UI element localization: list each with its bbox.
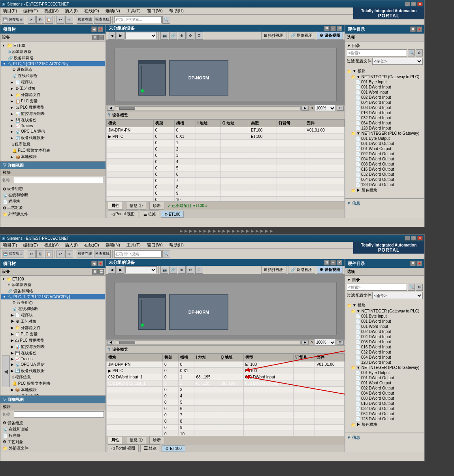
- cat-folder-netinteger-gateway-top[interactable]: 📁 ▼ NETINTEGER (Gateway to PLC): [346, 74, 424, 79]
- cat-004-dword-output-top[interactable]: 📄 004 DWord Output: [346, 156, 424, 162]
- nav-prev-btn[interactable]: ◀: [108, 32, 116, 40]
- catalog-filter-btn-bot[interactable]: ⚙: [416, 284, 423, 291]
- bot-cat-032-dword-output[interactable]: 📄 032 DWord Output: [346, 406, 424, 411]
- scroll-right-btn[interactable]: ▶: [301, 106, 309, 111]
- table-row[interactable]: 032 DWord Input_10168...195032 DWord Inp…: [107, 374, 345, 380]
- detail-item-tech[interactable]: ⚙ 工艺对象: [2, 205, 104, 211]
- table-row[interactable]: 07: [107, 412, 345, 418]
- bottom-tab-portal[interactable]: ◁ Portal 视图: [108, 210, 138, 218]
- cpu-module[interactable]: [138, 60, 166, 96]
- bot-table-wrapper[interactable]: 模块 机架 插槽 I 地址 Q 地址 类型 订货号 固件: [106, 354, 345, 436]
- bot-tree-plc-types[interactable]: ▶ 🗂 PLC 数据类型: [1, 337, 105, 344]
- catalog-filter-select-top[interactable]: <全部>: [372, 58, 423, 65]
- bot-undo-btn[interactable]: ↩: [57, 250, 64, 258]
- tree-item-device-config[interactable]: ⚙ 设备组态: [1, 66, 105, 73]
- bot-tree-program-blocks[interactable]: ▶ 📄 程序块: [1, 312, 105, 318]
- status-tab-diag[interactable]: 诊断: [149, 202, 164, 210]
- bot-device-view-btn[interactable]: ⊞: [92, 269, 98, 275]
- catalog-search-btn-bot[interactable]: 🔍: [408, 284, 415, 291]
- fit-btn[interactable]: ⊡: [195, 32, 203, 40]
- bot-scroll-thumb[interactable]: [119, 341, 135, 344]
- top-hscroll[interactable]: ◀ ▶ > 100% ⊡: [106, 105, 345, 111]
- maximize-btn-bot[interactable]: □: [411, 236, 416, 241]
- bot-bottom-tab-overview[interactable]: ☰ 总览: [140, 444, 160, 452]
- bot-network-btn[interactable]: 🔗: [169, 266, 177, 274]
- bot-tree-prog-info[interactable]: ℹ 程序信息: [1, 374, 105, 380]
- bot-search-btn[interactable]: 🔍: [162, 250, 170, 258]
- tree-item-et100[interactable]: ▼ 📁 ET100: [1, 42, 105, 49]
- table-row[interactable]: 04: [107, 393, 345, 399]
- minimize-btn-bot[interactable]: _: [405, 236, 410, 241]
- bot-cat-128-dword-input[interactable]: 📄 128 DWord Input: [346, 360, 424, 365]
- bot-cat-008-dword-input[interactable]: 📄 008 DWord Input: [346, 339, 424, 344]
- undo-btn[interactable]: ↩: [57, 16, 64, 24]
- tree-item-proxy[interactable]: ▶🔄 设备代理数据: [1, 135, 105, 141]
- menu-help[interactable]: 帮助(H): [168, 8, 185, 14]
- bot-menu-view[interactable]: 视图(V): [43, 242, 60, 248]
- bot-copy-btn[interactable]: ⎘: [36, 250, 44, 258]
- cat-004-dword-input-top[interactable]: 📄 004 DWord Input: [346, 100, 424, 105]
- detail-item-online[interactable]: 📡 在线和诊断: [2, 192, 104, 198]
- bot-cpu-module[interactable]: [138, 294, 166, 330]
- bot-tree-traces[interactable]: ▶ 📈 Traces: [1, 356, 105, 361]
- bot-cat-001-dword-output[interactable]: 📄 001 DWord Output: [346, 375, 424, 380]
- cat-128-dword-input-top[interactable]: 📄 128 DWord Input: [346, 126, 424, 131]
- maximize-btn[interactable]: □: [411, 2, 416, 6]
- bot-cat-004-dword-output[interactable]: 📄 004 DWord Output: [346, 391, 424, 396]
- tree-item-program-info[interactable]: ℹ 程序信息: [1, 141, 105, 147]
- bot-tree-local-modules[interactable]: ▶ 📦 本地模块: [1, 387, 105, 393]
- menu-tools[interactable]: 工具(T): [125, 8, 142, 14]
- bot-detail-item5[interactable]: 📁 外部源文件: [2, 445, 104, 452]
- tree-item-plc-types[interactable]: ▶🗂 PLC 数据类型: [1, 104, 105, 111]
- bot-tree-devices-networks[interactable]: 🔗 设备和网络: [1, 288, 105, 294]
- cat-064-dword-input-top[interactable]: 📄 064 DWord Input: [346, 120, 424, 126]
- bot-cut-btn[interactable]: ✂: [28, 250, 36, 258]
- cat-folder-color-top[interactable]: 📁 ▶ 颜色模块: [346, 187, 424, 194]
- bot-menu-project[interactable]: 项目(F): [1, 242, 19, 248]
- bot-tree-monitor[interactable]: ▶ 📊 监控与强制表: [1, 344, 105, 350]
- bot-fit-btn[interactable]: ⊡: [195, 266, 203, 274]
- bot-view-tab-topo[interactable]: ⊞ 拓扑视图: [261, 266, 287, 274]
- bot-tree-backup[interactable]: ▶ 💾 在线备份: [1, 350, 105, 356]
- tree-item-tech-objects[interactable]: ▶⚙ 工艺对象: [1, 85, 105, 92]
- save-btn[interactable]: 💾 保存项目: [2, 16, 24, 24]
- bot-cat-netinteger-gateway[interactable]: 📁 ▼ NETINTEGER (Gateway to PLC): [346, 309, 424, 314]
- bot-save-btn[interactable]: 💾 保存项目: [2, 250, 24, 258]
- tree-item-online-diag[interactable]: 📡 在线和诊断: [1, 73, 105, 79]
- cat-032-dword-output-top[interactable]: 📄 032 DWord Output: [346, 172, 424, 177]
- menu-online[interactable]: 在线(O): [83, 8, 101, 14]
- bot-cat-001-word-input[interactable]: 📄 001 Word Input: [346, 324, 424, 329]
- bot-cat-002-dword-input[interactable]: 📄 002 DWord Input: [346, 329, 424, 334]
- bot-tree-collapse-icon[interactable]: ◀: [91, 261, 97, 266]
- tree-item-monitor[interactable]: ▶📊 监控与强制表: [1, 111, 105, 117]
- bot-dp-norm-module[interactable]: DP-NORM: [169, 294, 228, 330]
- bot-tree-device-config[interactable]: ⚙ 设备组态: [1, 299, 105, 306]
- scroll-left-btn[interactable]: ◀: [107, 106, 114, 111]
- table-row[interactable]: 06: [107, 406, 345, 412]
- detail-item-device-config[interactable]: ⚙ 设备组态: [2, 186, 104, 192]
- bot-catalog-float-btn[interactable]: ⧉: [410, 261, 416, 266]
- bot-bottom-tab-portal[interactable]: ◁ Portal 视图: [108, 444, 139, 452]
- bot-menu-options[interactable]: 选项(N): [104, 242, 122, 248]
- bot-tree-add-device[interactable]: ⊕ 添加新设备: [1, 282, 105, 288]
- bot-cat-001-byte-input[interactable]: 📄 001 Byte Input: [346, 314, 424, 319]
- zoom-out-btn[interactable]: ⊖: [186, 32, 194, 40]
- bot-detail-item3[interactable]: 📄 程序块: [2, 433, 104, 439]
- copy-btn[interactable]: ⎘: [36, 16, 44, 24]
- bot-detail-item2[interactable]: 📡 在线和诊断: [2, 426, 104, 433]
- cat-032-dword-input-top[interactable]: 📄 032 DWord Input: [346, 115, 424, 120]
- bot-cat-004-dword-input[interactable]: 📄 004 DWord Input: [346, 334, 424, 339]
- catalog-pin-btn-top[interactable]: 📌: [416, 26, 422, 32]
- dp-norm-module[interactable]: DP-NORM: [169, 60, 228, 96]
- bot-detail-item4[interactable]: ⚙ 工艺对象: [2, 439, 104, 445]
- bot-menu-tools[interactable]: 工具(T): [125, 242, 142, 248]
- table-row[interactable]: JM-DPM-PN00ET100V01.01.00: [107, 361, 345, 368]
- bot-cat-002-dword-output[interactable]: 📄 002 DWord Output: [346, 386, 424, 391]
- bot-cat-001-dword-input[interactable]: 📄 001 DWord Input: [346, 319, 424, 324]
- cut-btn[interactable]: ✂: [28, 16, 36, 24]
- bot-view-tab-device[interactable]: ⚙ 设备视图: [317, 266, 343, 274]
- bot-tree-alarm[interactable]: 🔔 PLC 报警文本列表: [1, 380, 105, 387]
- table-row[interactable]: 08: [107, 418, 345, 425]
- tree-item-traces[interactable]: ▶📈 Traces: [1, 123, 105, 128]
- menu-options[interactable]: 选项(N): [104, 8, 122, 14]
